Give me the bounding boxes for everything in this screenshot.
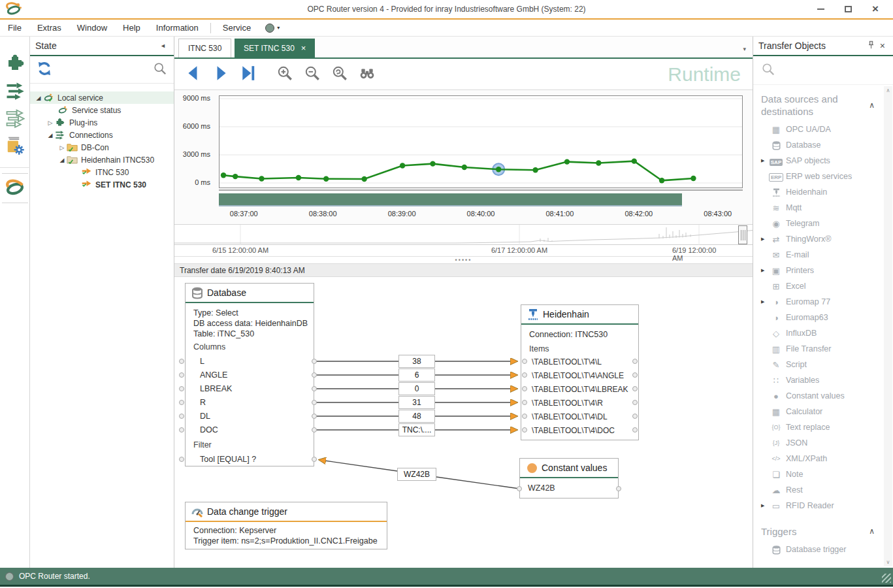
service-status-icon[interactable]: [265, 24, 274, 33]
scrollbar[interactable]: ∧ ∨: [884, 86, 892, 566]
data-point[interactable]: [532, 167, 538, 172]
tree-item-itnc-530[interactable]: ITNC 530: [30, 166, 174, 178]
tab-set-itnc-530[interactable]: SET ITNC 530 ×: [235, 39, 315, 57]
db-filter-row[interactable]: Tool [EQUAL] ?: [186, 455, 314, 464]
panel-collapse-icon[interactable]: ◄: [157, 42, 169, 49]
node-constant-values[interactable]: Constant values WZ42B: [519, 458, 619, 498]
tab-list-dropdown-icon[interactable]: ▾: [743, 46, 746, 52]
tree-item-db-con[interactable]: ▷ DB-Con: [30, 141, 174, 154]
db-column[interactable]: DOC: [186, 425, 314, 434]
tree-item-heidenhain-itnc530[interactable]: ◢ Heidenhain ITNC530: [30, 154, 174, 166]
data-point[interactable]: [496, 167, 501, 172]
timeline-overview[interactable]: [174, 224, 753, 245]
node-data-change-trigger[interactable]: Data change trigger Connection: Kepserve…: [185, 502, 387, 549]
menu-file[interactable]: File: [0, 20, 29, 36]
transfer-object-printers[interactable]: ▶▣Printers: [761, 263, 884, 278]
transfer-object-influxdb[interactable]: ◇InfluxDB: [761, 325, 884, 341]
transfer-object-thingworx-[interactable]: ▶⇄ThingWorx®: [761, 231, 884, 247]
opc-router-logo-icon[interactable]: [2, 173, 28, 203]
heidenhain-item[interactable]: \TABLE\TOOL\T\4\DOC: [521, 426, 638, 435]
tree-item-connections[interactable]: ◢ Connections: [30, 129, 174, 141]
tree-item-plug-ins[interactable]: ▷ Plug-ins: [30, 116, 174, 129]
transfer-object-database-trigger[interactable]: Database trigger: [761, 542, 884, 557]
splitter-handle[interactable]: •••••: [174, 257, 753, 263]
expander-icon[interactable]: ▶: [761, 503, 769, 508]
expander-icon[interactable]: ◢: [59, 157, 65, 163]
expander-icon[interactable]: ▶: [761, 158, 769, 163]
menu-extras[interactable]: Extras: [29, 20, 69, 36]
section-header-triggers[interactable]: Triggers∧: [761, 525, 884, 538]
transfer-object-heidenhain[interactable]: Heidenhain: [761, 184, 884, 200]
transfer-object-constant-values[interactable]: ●Constant values: [761, 388, 884, 404]
expander-icon[interactable]: ▶: [761, 299, 769, 304]
transfer-object-xml-xpath[interactable]: </>XML/XPath: [761, 451, 884, 466]
maximize-button[interactable]: [834, 0, 862, 18]
runtime-activity-bar[interactable]: [219, 193, 682, 206]
close-button[interactable]: ×: [862, 0, 889, 18]
data-point[interactable]: [564, 159, 570, 164]
db-column[interactable]: LBREAK: [186, 384, 314, 393]
section-collapse-icon[interactable]: ∧: [869, 525, 875, 538]
menu-service[interactable]: Service: [215, 20, 259, 36]
transfer-object-rfid-reader[interactable]: ▶▭RFID Reader: [761, 498, 884, 514]
constant-value-row[interactable]: WZ42B: [520, 483, 618, 493]
data-point[interactable]: [430, 161, 435, 166]
refresh-icon[interactable]: [37, 61, 52, 79]
transfer-object-sap-objects[interactable]: ▶SAPSAP objects: [761, 153, 884, 169]
expander-icon[interactable]: ◢: [47, 132, 54, 139]
transfer-object-variables[interactable]: ∷Variables: [761, 372, 884, 388]
service-dropdown-icon[interactable]: ▾: [277, 25, 280, 31]
heidenhain-item[interactable]: \TABLE\TOOL\T\4\L: [521, 357, 638, 367]
data-point[interactable]: [462, 165, 467, 170]
node-heidenhain[interactable]: Heidenhain Connection: ITNC530 Items \TA…: [521, 304, 639, 440]
scroll-down-icon[interactable]: ∨: [886, 559, 890, 565]
zoom-out-icon[interactable]: [304, 65, 321, 84]
search-icon[interactable]: [153, 61, 167, 78]
transfer-object-telegram[interactable]: ◉Telegram: [761, 216, 884, 231]
tree-item-service-status[interactable]: Service status: [30, 104, 174, 116]
transfer-object-note[interactable]: ❏Note: [761, 466, 884, 482]
heidenhain-item[interactable]: \TABLE\TOOL\T\4\LBREAK: [521, 385, 638, 394]
heidenhain-item[interactable]: \TABLE\TOOL\T\4\DL: [521, 412, 638, 421]
data-point[interactable]: [659, 178, 664, 183]
expander-icon[interactable]: ▷: [47, 120, 54, 126]
zoom-in-icon[interactable]: [276, 65, 293, 84]
menu-information[interactable]: Information: [148, 20, 206, 36]
menu-window[interactable]: Window: [69, 20, 115, 36]
transfer-object-euromap-77[interactable]: ▶◑Euromap 77: [761, 294, 884, 310]
transfer-object-opc-ua-da[interactable]: ▦OPC UA/DA: [761, 122, 884, 137]
transfer-objects-search[interactable]: [753, 56, 893, 85]
minimize-button[interactable]: [807, 0, 834, 18]
section-header-data-sources-and-destinations[interactable]: Data sources and destinations∧: [761, 93, 884, 118]
transfer-object-calculator[interactable]: ▦Calculator: [761, 404, 884, 419]
transfer-object-database[interactable]: Database: [761, 137, 884, 153]
template-connections-icon[interactable]: [4, 107, 26, 129]
print-jobs-icon[interactable]: [4, 135, 26, 157]
section-collapse-icon[interactable]: ∧: [869, 99, 875, 112]
expander-icon[interactable]: ▶: [761, 268, 769, 273]
transfer-object-erp-web-services[interactable]: ERPERP web services: [761, 169, 884, 184]
panel-close-icon[interactable]: ×: [877, 41, 888, 51]
data-point[interactable]: [233, 174, 238, 179]
scroll-up-icon[interactable]: ∧: [886, 88, 890, 93]
connections-icon[interactable]: [4, 80, 26, 102]
node-database[interactable]: Database Type: Select DB access data: He…: [185, 283, 314, 466]
menu-help[interactable]: Help: [115, 20, 148, 36]
node-header[interactable]: Heidenhain: [521, 305, 638, 323]
plugins-icon[interactable]: [4, 52, 26, 74]
data-point[interactable]: [259, 176, 264, 181]
db-column[interactable]: L: [186, 357, 314, 366]
tab-close-icon[interactable]: ×: [301, 43, 306, 53]
last-transfer-icon[interactable]: [240, 65, 257, 84]
transfer-object-euromap63[interactable]: ◑Euromap63: [761, 310, 884, 325]
transfer-object-e-mail[interactable]: ✉E-mail: [761, 247, 884, 263]
heidenhain-item[interactable]: \TABLE\TOOL\T\4\ANGLE: [521, 371, 638, 380]
pin-icon[interactable]: [865, 41, 877, 51]
data-point[interactable]: [632, 158, 637, 163]
find-icon[interactable]: [359, 65, 376, 84]
data-point[interactable]: [361, 176, 366, 182]
node-header[interactable]: Constant values: [520, 459, 618, 477]
data-point[interactable]: [690, 176, 696, 181]
db-column[interactable]: ANGLE: [186, 370, 314, 380]
transfer-object-mqtt[interactable]: ≋Mqtt: [761, 200, 884, 216]
